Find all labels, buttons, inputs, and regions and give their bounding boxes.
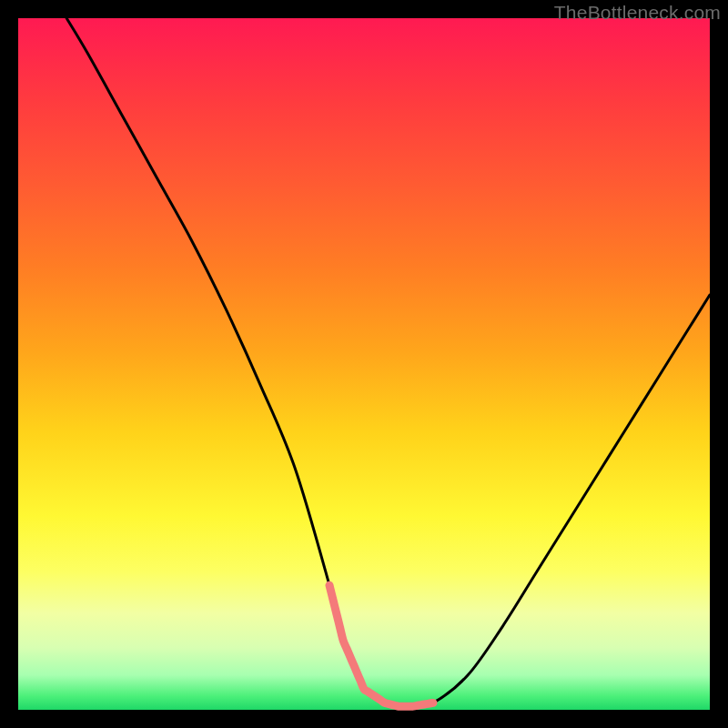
highlight-segment-path <box>329 585 433 706</box>
bottleneck-curve-path <box>66 18 710 707</box>
chart-frame: TheBottleneck.com <box>0 0 728 728</box>
watermark-text: TheBottleneck.com <box>554 2 721 24</box>
curve-svg <box>18 18 710 710</box>
plot-area <box>18 18 710 710</box>
